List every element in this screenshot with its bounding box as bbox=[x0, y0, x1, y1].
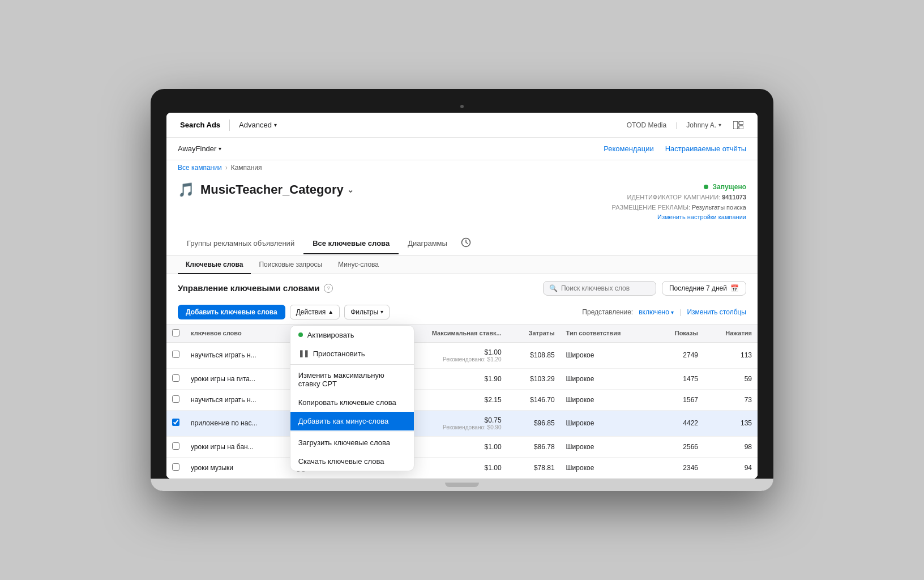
row-keyword: научиться играть н... bbox=[185, 342, 290, 368]
campaign-header: 🎵 MusicTeacher_Category ⌄ Запущено ИДЕНТ… bbox=[166, 175, 758, 232]
account-chevron-icon: ▾ bbox=[219, 146, 221, 152]
camera-dot bbox=[460, 105, 464, 108]
placement-label: РАЗМЕЩЕНИЕ РЕКЛАМЫ: bbox=[612, 204, 690, 211]
row-checkbox[interactable] bbox=[172, 442, 179, 450]
table-row: уроки музыки❚❚ П$1.00$78.81Широкое234694 bbox=[166, 457, 758, 478]
search-ads-logo: Search Ads bbox=[178, 121, 220, 129]
breadcrumb-all-campaigns[interactable]: Все кампании bbox=[178, 164, 222, 172]
table-row: научиться играть н...З$1.00Рекомендовано… bbox=[166, 342, 758, 368]
row-impressions: 2566 bbox=[654, 436, 704, 457]
info-icon[interactable]: ? bbox=[324, 284, 333, 293]
header-checkbox-cell bbox=[166, 325, 185, 343]
actions-dropdown-wrap: Действия ▲ Активировать ❚❚ Приостанов bbox=[290, 305, 340, 319]
table-row: уроки игры на гита...З$1.90$103.29Широко… bbox=[166, 368, 758, 389]
row-checkbox-cell bbox=[166, 389, 185, 410]
row-taps: 113 bbox=[704, 342, 758, 368]
campaign-name-text: MusicTeacher_Category bbox=[200, 182, 344, 197]
header-keyword: ключевое слово bbox=[185, 325, 290, 343]
breadcrumb: Все кампании › Кампания bbox=[166, 160, 758, 175]
row-cost: $96.85 bbox=[507, 410, 561, 436]
top-nav-right: OTOD Media | Johnny A. ▾ bbox=[627, 117, 746, 133]
add-keywords-btn[interactable]: Добавить ключевые слова bbox=[178, 305, 285, 319]
keyword-search-input[interactable] bbox=[561, 284, 650, 292]
laptop-screen: Search Ads Advanced ▾ OTOD Media | Johnn… bbox=[166, 113, 758, 479]
menu-item-activate[interactable]: Активировать bbox=[290, 326, 414, 344]
date-range-btn[interactable]: Последние 7 дней 📅 bbox=[662, 281, 746, 296]
tab-ad-groups[interactable]: Группы рекламных объявлений bbox=[178, 233, 303, 254]
campaign-meta: Запущено ИДЕНТИФИКАТОР КАМПАНИИ: 9411073… bbox=[612, 182, 746, 223]
row-match-type: Широкое bbox=[561, 457, 654, 478]
pause-icon: ❚❚ bbox=[298, 349, 309, 357]
menu-divider-1 bbox=[290, 364, 414, 365]
row-checkbox-cell bbox=[166, 436, 185, 457]
row-checkbox[interactable] bbox=[172, 395, 179, 403]
actions-btn[interactable]: Действия ▲ bbox=[290, 305, 340, 319]
row-checkbox[interactable] bbox=[172, 419, 179, 426]
toolbar-separator: | bbox=[679, 308, 681, 316]
menu-item-add-negative[interactable]: Добавить как минус-слова bbox=[290, 412, 414, 430]
panel-toggle-btn[interactable] bbox=[730, 117, 746, 133]
history-icon[interactable] bbox=[456, 232, 476, 255]
row-impressions: 1567 bbox=[654, 389, 704, 410]
menu-item-pause[interactable]: ❚❚ Приостановить bbox=[290, 344, 414, 363]
subtab-keywords[interactable]: Ключевые слова bbox=[178, 256, 251, 274]
row-checkbox[interactable] bbox=[172, 351, 179, 358]
filters-chevron-icon: ▾ bbox=[380, 309, 383, 315]
org-name: OTOD Media bbox=[627, 121, 666, 129]
campaign-status: Запущено bbox=[713, 183, 747, 191]
svg-rect-1 bbox=[739, 121, 743, 125]
row-checkbox[interactable] bbox=[172, 374, 179, 382]
row-match-type: Широкое bbox=[561, 342, 654, 368]
chevron-down-icon: ▾ bbox=[274, 122, 277, 128]
management-title-area: Управление ключевыми словами ? bbox=[178, 283, 333, 293]
menu-item-copy-keywords[interactable]: Копировать ключевые слова bbox=[290, 393, 414, 412]
menu-item-download[interactable]: Скачать ключевые слова bbox=[290, 452, 414, 471]
row-impressions: 2749 bbox=[654, 342, 704, 368]
sub-nav-links: Рекомендации Настраиваемые отчёты bbox=[604, 144, 746, 153]
campaign-name-btn[interactable]: MusicTeacher_Category ⌄ bbox=[200, 182, 354, 197]
custom-reports-link[interactable]: Настраиваемые отчёты bbox=[665, 144, 746, 153]
menu-pause-label: Приостановить bbox=[313, 349, 365, 358]
view-chevron-icon: ▾ bbox=[671, 309, 674, 315]
tab-charts[interactable]: Диаграммы bbox=[399, 233, 456, 254]
menu-item-upload[interactable]: Загрузить ключевые слова bbox=[290, 433, 414, 452]
row-impressions: 4422 bbox=[654, 410, 704, 436]
table-body: научиться играть н...З$1.00Рекомендовано… bbox=[166, 342, 758, 478]
nav-separator: | bbox=[675, 121, 677, 129]
upload-label: Загрузить ключевые слова bbox=[298, 438, 390, 447]
campaign-id-value: 9411073 bbox=[722, 194, 746, 201]
download-label: Скачать ключевые слова bbox=[298, 457, 384, 466]
top-nav: Search Ads Advanced ▾ OTOD Media | Johnn… bbox=[166, 113, 758, 138]
status-indicator bbox=[704, 185, 708, 189]
row-keyword: уроки игры на гита... bbox=[185, 368, 290, 389]
edit-columns-link[interactable]: Изменить столбцы bbox=[687, 308, 746, 316]
menu-divider-2 bbox=[290, 432, 414, 432]
tab-all-keywords[interactable]: Все ключевые слова bbox=[303, 233, 399, 254]
row-checkbox[interactable] bbox=[172, 463, 179, 471]
app-container: Search Ads Advanced ▾ OTOD Media | Johnn… bbox=[166, 113, 758, 479]
campaign-settings-link[interactable]: Изменить настройки кампании bbox=[657, 214, 746, 220]
menu-activate-label: Активировать bbox=[307, 331, 354, 339]
select-all-checkbox[interactable] bbox=[172, 329, 179, 336]
breadcrumb-current: Кампания bbox=[231, 164, 262, 172]
recommendations-link[interactable]: Рекомендации bbox=[604, 144, 654, 153]
placement-value: Результаты поиска bbox=[692, 204, 746, 211]
menu-item-change-bid[interactable]: Изменить максимальную ставку CPT bbox=[290, 366, 414, 393]
nav-divider bbox=[229, 120, 230, 131]
subtab-negative-keywords[interactable]: Минус-слова bbox=[330, 256, 387, 274]
row-taps: 73 bbox=[704, 389, 758, 410]
advanced-dropdown-btn[interactable]: Advanced ▾ bbox=[239, 121, 277, 129]
keywords-table: ключевое слово Стату... ы рекл... Максим… bbox=[166, 325, 758, 479]
action-toolbar-left: Добавить ключевые слова Действия ▲ Актив… bbox=[178, 305, 390, 319]
breadcrumb-separator: › bbox=[225, 164, 228, 172]
row-taps: 94 bbox=[704, 457, 758, 478]
date-range-label: Последние 7 дней bbox=[669, 284, 727, 292]
user-info[interactable]: Johnny A. ▾ bbox=[686, 121, 721, 129]
user-chevron-icon: ▾ bbox=[718, 122, 721, 128]
row-cost: $108.85 bbox=[507, 342, 561, 368]
subtab-search-queries[interactable]: Поисковые запросы bbox=[251, 256, 330, 274]
account-selector[interactable]: AwayFinder ▾ bbox=[178, 144, 221, 153]
filters-btn[interactable]: Фильтры ▾ bbox=[344, 305, 390, 319]
view-toggle-btn[interactable]: включено ▾ bbox=[639, 308, 674, 316]
row-keyword: уроки музыки bbox=[185, 457, 290, 478]
